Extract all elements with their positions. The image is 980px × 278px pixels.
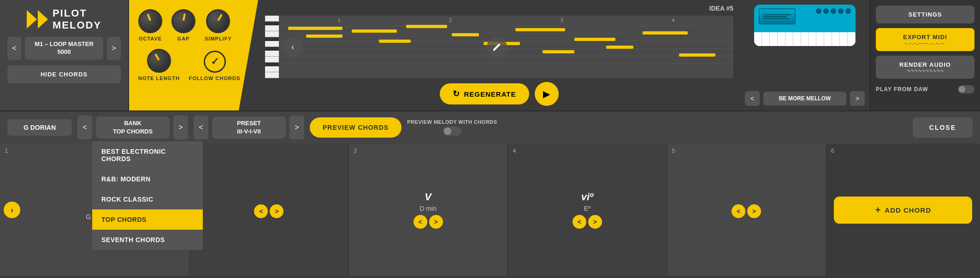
- add-chord-cell: 6 + ADD CHORD: [827, 144, 980, 276]
- logo-pilot: PILOT: [53, 7, 101, 19]
- settings-button[interactable]: SETTINGS: [876, 6, 974, 23]
- bank-nav: < BANK TOP CHORDS > BEST ELECTRONIC CHOR…: [77, 116, 188, 139]
- piano-key-7: [265, 47, 279, 51]
- chord-cell-4: 4 viº Eº < >: [508, 144, 667, 276]
- chord-5-next[interactable]: >: [747, 204, 761, 218]
- chord-3-name: D min: [419, 205, 437, 212]
- synth-body: [754, 5, 856, 46]
- chord-2-next[interactable]: >: [270, 204, 283, 218]
- preset-title-2: III-V-I-VII: [221, 127, 277, 136]
- logo-icon: [27, 10, 48, 29]
- piano-roll-edit-button[interactable]: [487, 37, 507, 57]
- simplify-knob-group: SIMPLIFY: [205, 9, 232, 41]
- note-length-knob[interactable]: [147, 49, 171, 73]
- top-knobs-row: OCTAVE GAP SIMPLIFY: [138, 9, 249, 41]
- add-chord-plus-icon: +: [875, 205, 881, 215]
- beat-marker-1: 1: [5, 147, 8, 154]
- chord-4-prev[interactable]: <: [573, 215, 586, 229]
- regenerate-icon: ↻: [453, 89, 460, 99]
- bank-dropdown: BEST ELECTRONIC CHORDS R&B: MODERN ROCK …: [92, 141, 203, 250]
- chord-3-nav: < >: [413, 215, 443, 229]
- chord-2-nav: < >: [254, 204, 283, 218]
- play-from-daw-row: PLAY FROM DAW: [876, 83, 974, 95]
- play-from-daw-toggle[interactable]: [958, 85, 974, 93]
- preset-title-1: PRESET: [221, 119, 277, 127]
- chord-cell-5: 5 < >: [667, 144, 827, 276]
- export-midi-button[interactable]: EXPORT MIDI -.-.-.----.-.-.--: [876, 28, 974, 51]
- regenerate-button[interactable]: ↻ REGENERATE: [440, 83, 529, 104]
- dropdown-rock-classic[interactable]: ROCK CLASSIC: [92, 189, 203, 209]
- preset-bank-prev-button[interactable]: <: [194, 116, 208, 139]
- piano-roll-grid[interactable]: 1 2 3 4: [265, 16, 733, 78]
- logo-text: PILOT MELODY: [53, 7, 101, 31]
- hide-chords-button[interactable]: HIDE CHORDS: [7, 65, 121, 83]
- bank-label[interactable]: BANK TOP CHORDS: [96, 116, 170, 139]
- left-panel: PILOT MELODY < M1 – LOOP MASTER 5000 > H…: [0, 0, 129, 110]
- synth-knobs-area: [816, 8, 851, 14]
- gap-knob[interactable]: [171, 9, 195, 33]
- synth-knob-1: [816, 8, 821, 14]
- piano-roll-area: IDEA #5: [258, 0, 740, 110]
- render-audio-button[interactable]: RENDER AUDIO ∿∿∿∿∿∿∿∿∿∿: [876, 56, 974, 79]
- play-button[interactable]: ▶: [535, 82, 559, 106]
- chord-5-prev[interactable]: <: [732, 204, 745, 218]
- bank-title-1: BANK: [105, 119, 160, 127]
- right-panel: SETTINGS EXPORT MIDI -.-.-.----.-.-.-- R…: [869, 0, 980, 110]
- dropdown-best-electronic[interactable]: BEST ELECTRONIC CHORDS: [92, 141, 203, 169]
- chord-controls-bar: G DORIAN < BANK TOP CHORDS > BEST ELECTR…: [0, 110, 980, 144]
- mellow-prev-button[interactable]: <: [745, 91, 760, 106]
- chord-1-expand-left[interactable]: ›: [4, 202, 20, 218]
- preview-chords-button[interactable]: PREVIEW CHORDS: [310, 117, 401, 138]
- chord-4-nav: < >: [573, 215, 602, 229]
- gap-knob-group: GAP: [171, 9, 195, 41]
- note-bar-11: [606, 46, 633, 49]
- close-button[interactable]: CLOSE: [913, 117, 973, 138]
- bottom-section: G DORIAN < BANK TOP CHORDS > BEST ELECTR…: [0, 110, 980, 276]
- bottom-knobs-row: NOTE LENGTH ✓ FOLLOW CHORDS: [138, 49, 249, 81]
- piano-key-9: [265, 57, 279, 63]
- note-bar-12: [643, 31, 688, 35]
- synth-knob-2: [823, 8, 829, 14]
- chord-cell-3: 3 V D min < >: [349, 144, 508, 276]
- mellow-label: BE MORE MELLOW: [763, 92, 846, 105]
- note-bar-10: [574, 38, 615, 41]
- bank-next-button[interactable]: >: [173, 116, 188, 139]
- add-chord-button[interactable]: + ADD CHORD: [834, 197, 972, 224]
- piano-key-6: [265, 41, 279, 47]
- chord-3-prev[interactable]: <: [413, 215, 427, 229]
- chord-3-next[interactable]: >: [429, 215, 443, 229]
- octave-knob-group: OCTAVE: [138, 9, 162, 41]
- chord-4-next[interactable]: >: [588, 215, 602, 229]
- scale-label: G DORIAN: [7, 119, 72, 136]
- preset-name-label: M1 – LOOP MASTER 5000: [25, 37, 103, 60]
- dropdown-rnb-modern[interactable]: R&B: MODERN: [92, 169, 203, 189]
- piano-key-12: [265, 72, 279, 78]
- note-bar-2: [306, 35, 342, 38]
- dropdown-seventh-chords[interactable]: SEVENTH CHORDS: [92, 230, 203, 250]
- preset-nav-row: < M1 – LOOP MASTER 5000 >: [7, 37, 121, 60]
- preset-nav: < PRESET III-V-I-VII >: [194, 116, 304, 139]
- follow-chords-button[interactable]: ✓: [204, 51, 226, 73]
- mellow-next-button[interactable]: >: [850, 91, 865, 106]
- simplify-knob[interactable]: [206, 9, 230, 33]
- bank-prev-button[interactable]: <: [77, 116, 92, 139]
- dropdown-top-chords[interactable]: TOP CHORDS: [92, 209, 203, 230]
- midi-dots: -.-.-.----.-.-.--: [881, 41, 969, 46]
- piano-key-4: [265, 31, 279, 37]
- preview-melody-toggle[interactable]: [443, 127, 461, 136]
- bank-title-2: TOP CHORDS: [105, 127, 160, 136]
- piano-roll-header: IDEA #5: [265, 5, 733, 12]
- note-bar-4: [379, 40, 411, 43]
- piano-roll-back-button[interactable]: ‹: [283, 37, 303, 57]
- chord-4-name: Eº: [584, 205, 590, 212]
- piano-key-8: [265, 51, 279, 57]
- mellow-nav: < BE MORE MELLOW >: [745, 91, 865, 106]
- chord-cell-2: 2 < >: [190, 144, 349, 276]
- preset-bank-next-button[interactable]: >: [289, 116, 304, 139]
- preset-prev-button[interactable]: <: [7, 37, 21, 60]
- preview-melody-label: PREVIEW MELODY WITH CHORDS: [407, 119, 497, 125]
- preset-next-button[interactable]: >: [107, 37, 121, 60]
- octave-knob[interactable]: [138, 9, 162, 33]
- piano-key-11: [265, 66, 279, 72]
- chord-2-prev[interactable]: <: [254, 204, 268, 218]
